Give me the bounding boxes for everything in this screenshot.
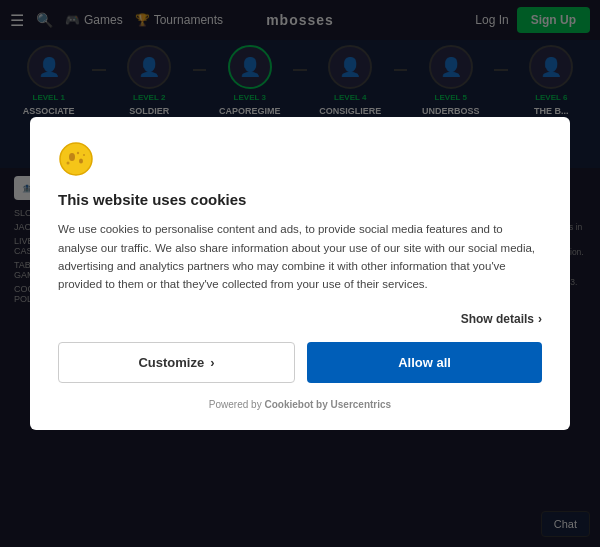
svg-point-0 [60, 143, 92, 175]
chevron-right-small-icon: › [210, 355, 214, 370]
cookie-body: We use cookies to personalise content an… [58, 220, 542, 294]
cookie-dialog: This website uses cookies We use cookies… [30, 117, 570, 430]
svg-point-5 [83, 154, 85, 156]
show-details-button[interactable]: Show details › [58, 312, 542, 326]
show-details-label: Show details [461, 312, 534, 326]
svg-point-3 [67, 162, 70, 165]
chevron-right-icon: › [538, 312, 542, 326]
customize-button[interactable]: Customize › [58, 342, 295, 383]
cookiebot-link[interactable]: Cookiebot by Usercentrics [264, 399, 391, 410]
cookie-title: This website uses cookies [58, 191, 542, 208]
cookie-overlay: This website uses cookies We use cookies… [0, 0, 600, 547]
svg-point-1 [69, 153, 75, 161]
svg-point-4 [77, 152, 79, 154]
cookiebot-powered: Powered by Cookiebot by Usercentrics [58, 399, 542, 410]
allow-all-button[interactable]: Allow all [307, 342, 542, 383]
cookie-logo [58, 141, 542, 181]
cookie-action-buttons: Customize › Allow all [58, 342, 542, 383]
svg-point-2 [79, 159, 83, 164]
